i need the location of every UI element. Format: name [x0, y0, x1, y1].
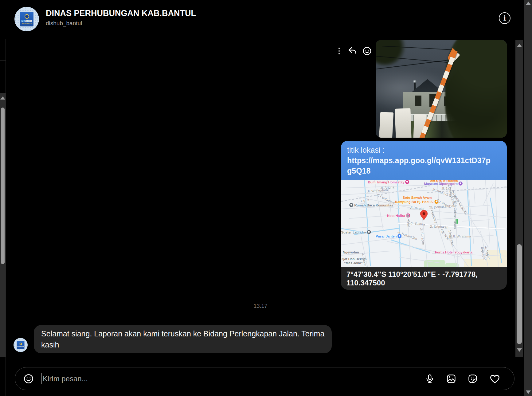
map-label: Rumah Baca Komunitas	[348, 203, 393, 207]
map-road	[472, 235, 494, 237]
received-message-bubble[interactable]: Selamat siang. Laporan akan kami teruska…	[34, 325, 332, 353]
text-cursor	[41, 373, 41, 384]
logo-subtext: KABUPATEN BANTUL	[22, 23, 32, 24]
composer-actions	[424, 373, 501, 385]
logo-text: DISHUB	[18, 346, 24, 347]
globe-emblem-icon	[25, 14, 29, 19]
map-label: Bumi Imang Homestay	[368, 180, 410, 184]
location-link-card: titik lokasi : https://maps.app.goo.gl/q…	[341, 141, 507, 290]
chat-header[interactable]: DISHUB KABUPATEN BANTUL DINAS PERHUBUNGA…	[0, 0, 524, 39]
photo-foliage-topleft	[376, 40, 406, 65]
more-options-icon[interactable]	[336, 46, 342, 56]
map-caption: 7°47'30.4"S 110°20'51.0"E · -7.791778, 1…	[341, 267, 507, 290]
photo-cloth	[379, 112, 393, 138]
map-label: Museum Diponegoro	[424, 182, 464, 186]
message-composer[interactable]	[15, 367, 514, 390]
window-scrollbar-track[interactable]	[524, 0, 532, 396]
chat-scroll-up-arrow[interactable]	[517, 44, 522, 47]
map-poi-icon	[405, 180, 409, 184]
thread-list-item-edge	[0, 60, 6, 61]
map-park	[445, 263, 459, 267]
username: dishub_bantul	[46, 20, 196, 27]
map-pin-icon	[420, 210, 428, 221]
map-road	[399, 257, 440, 263]
header-user-block[interactable]: DINAS PERHUBUNGAN KAB.BANTUL dishub_bant…	[46, 8, 196, 27]
chat-scroll-down-arrow[interactable]	[517, 348, 522, 352]
emoji-icon[interactable]	[23, 373, 34, 384]
map-label: Fortiz Hotel Yogyakarta	[435, 250, 472, 254]
avatar[interactable]: DISHUB KABUPATEN BANTUL	[14, 7, 39, 31]
timestamp: 13.17	[6, 303, 515, 309]
globe-emblem-icon	[19, 343, 22, 345]
window-scroll-down-arrow[interactable]	[526, 390, 531, 394]
message-input[interactable]	[42, 374, 418, 383]
map-road	[462, 219, 490, 222]
message-text-line: kasih	[41, 339, 324, 350]
map-label: d'Suster Laundry	[341, 230, 372, 234]
message-text-line: Selamat siang. Laporan akan kami teruska…	[41, 328, 324, 339]
map-label: Ngewotan	[343, 250, 359, 254]
microphone-icon[interactable]	[424, 374, 435, 384]
info-icon[interactable]: i	[499, 12, 510, 24]
sticker-icon[interactable]	[467, 374, 478, 384]
link-message-bubble[interactable]: titik lokasi : https://maps.app.goo.gl/q…	[341, 141, 507, 180]
photo-cloth	[395, 108, 412, 138]
thread-list-scroll-up-arrow[interactable]	[0, 96, 5, 100]
logo-text: DISHUB	[22, 19, 32, 22]
dishub-logo: DISHUB KABUPATEN BANTUL	[20, 12, 33, 26]
link-intro-text: titik lokasi :	[347, 145, 501, 155]
react-emoji-icon[interactable]	[362, 46, 372, 56]
window-scroll-up-arrow[interactable]	[526, 2, 531, 5]
map-road	[485, 180, 490, 245]
map-poi-icon	[459, 182, 463, 186]
map-label: Soto Sawah Ayam Kampung Bu Hj. Hadi S.	[395, 196, 440, 204]
link-url-line2[interactable]: g5Q18	[347, 166, 501, 176]
map-preview[interactable]: Sasana WiratamaBumi Imang HomestayMuseum…	[341, 180, 507, 267]
map-road	[341, 226, 384, 229]
page-title: DINAS PERHUBUNGAN KAB.BANTUL	[46, 8, 196, 18]
message-actions	[336, 46, 372, 56]
map-road	[387, 180, 391, 215]
map-label: Jl. HOS Cokroaminoto	[453, 195, 457, 229]
pane-divider	[6, 0, 6, 396]
map-label: Jl. Demakan	[429, 225, 448, 230]
map-label: Jl. Soragan	[419, 228, 425, 245]
heart-icon[interactable]	[489, 373, 501, 385]
link-url-line1[interactable]: https://maps.app.goo.gl/qvW131ctD37p	[347, 155, 501, 166]
instagram-dm-window: DISHUB KABUPATEN BANTUL DINAS PERHUBUNGA…	[0, 0, 532, 396]
photo-message[interactable]	[376, 40, 507, 138]
image-icon[interactable]	[446, 374, 456, 384]
chat-scrollbar-thumb[interactable]	[517, 244, 522, 344]
reply-icon[interactable]	[347, 46, 358, 56]
dishub-logo-mini: DISHUB	[17, 341, 25, 349]
map-label: Gg. 3	[361, 198, 370, 203]
map-road	[483, 183, 494, 205]
message-avatar[interactable]: DISHUB	[14, 338, 28, 352]
map-poi-icon	[349, 203, 353, 207]
thread-list-scrollbar-thumb[interactable]	[1, 108, 5, 264]
map-poi-icon	[367, 230, 371, 234]
